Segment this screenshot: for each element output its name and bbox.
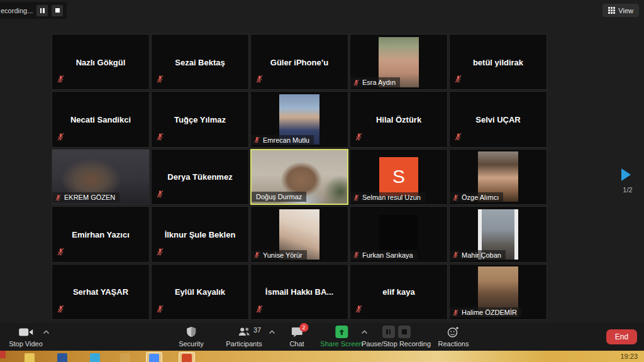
- muted-mic-indicator: [355, 304, 363, 315]
- participant-tile[interactable]: Emirhan Yazıcı: [52, 206, 150, 262]
- muted-mic-icon: [156, 190, 164, 198]
- stop-video-chevron-icon[interactable]: [43, 330, 50, 334]
- view-button[interactable]: View: [602, 4, 639, 17]
- security-button[interactable]: Security: [179, 326, 204, 348]
- pause-recording-toolbar-icon[interactable]: [382, 326, 394, 338]
- participant-name-label: Mahir Çoban: [450, 250, 506, 260]
- next-page-arrow-icon[interactable]: [621, 168, 631, 181]
- participant-tile[interactable]: Necati Sandikci: [52, 91, 150, 147]
- taskbar-clock: 19:23: [620, 353, 638, 360]
- muted-mic-icon: [452, 194, 459, 201]
- participant-tile[interactable]: Halime ÖZDEMİR: [449, 264, 547, 320]
- powerpoint-icon: [182, 354, 192, 362]
- muted-mic-indicator: [355, 132, 363, 143]
- muted-mic-icon: [255, 305, 264, 313]
- pause-recording-button[interactable]: [36, 5, 48, 16]
- participant-tile[interactable]: EKREM GÖZEN: [52, 149, 150, 205]
- participant-tile[interactable]: Güler iPhone’u: [250, 34, 348, 90]
- share-screen-icon: [335, 326, 348, 338]
- taskbar-app-folder[interactable]: [117, 352, 133, 362]
- participant-tile[interactable]: İsmail Hakkı BA...: [250, 264, 348, 320]
- participant-name-label: Selman resul Uzun: [350, 192, 425, 202]
- muted-mic-icon: [156, 248, 164, 256]
- stop-video-button[interactable]: Stop Video: [9, 326, 43, 348]
- participant-tile[interactable]: Derya Tükenmez: [151, 149, 249, 205]
- participant-name: Furkan Sarıkaya: [362, 251, 413, 259]
- muted-mic-indicator: [156, 304, 164, 315]
- reactions-label: Reactions: [438, 340, 469, 348]
- avatar: [379, 215, 418, 254]
- chat-label: Chat: [289, 340, 304, 348]
- participant-name: Hilal Öztürk: [353, 115, 445, 124]
- participant-name: betül yildirak: [452, 57, 544, 67]
- muted-mic-icon: [57, 248, 65, 256]
- taskbar-app-powerpoint[interactable]: [179, 352, 195, 362]
- video-camera-icon: [18, 326, 33, 338]
- stop-icon: [55, 8, 60, 13]
- word-icon: [57, 353, 67, 362]
- participant-tile[interactable]: Özge Alımcı: [449, 149, 547, 205]
- participant-tile[interactable]: Doğuş Durmaz: [250, 149, 348, 205]
- participant-tile[interactable]: Hilal Öztürk: [350, 91, 448, 147]
- participant-tile[interactable]: betül yildirak: [449, 34, 547, 90]
- participant-tile[interactable]: Eylül Kayalık: [151, 264, 249, 320]
- share-screen-button[interactable]: Share Screen: [320, 326, 362, 348]
- end-meeting-button[interactable]: End: [606, 329, 637, 344]
- muted-mic-icon: [156, 75, 164, 83]
- participant-name: İlknur Şule Beklen: [154, 229, 246, 239]
- taskbar-app-file-explorer[interactable]: [21, 352, 38, 362]
- participant-tile[interactable]: Serhat YAŞAR: [52, 264, 150, 320]
- muted-mic-icon: [353, 79, 360, 86]
- participant-tile[interactable]: Selvi UÇAR: [449, 91, 547, 147]
- participant-name: Esra Aydın: [362, 79, 396, 86]
- folder-icon: [120, 353, 130, 362]
- meeting-toolbar: Stop Video Security 37 Participants 2 Ch…: [0, 323, 644, 351]
- participant-tile[interactable]: Furkan Sarıkaya: [350, 206, 448, 262]
- participant-tile[interactable]: İlknur Şule Beklen: [151, 206, 249, 262]
- participant-tile[interactable]: Tuğçe Yılmaz: [151, 91, 249, 147]
- muted-mic-icon: [355, 305, 363, 313]
- participant-grid: Nazlı GökgülSezai BektaşGüler iPhone’uEs…: [52, 34, 547, 320]
- recording-indicator: ecording...: [0, 2, 67, 19]
- taskbar-app-internet-explorer[interactable]: [87, 352, 103, 362]
- pause-stop-recording-button[interactable]: Pause/Stop Recording: [362, 326, 431, 348]
- participant-tile[interactable]: elif kaya: [350, 264, 448, 320]
- participant-name-label: Emrecan Mutlu: [251, 135, 314, 145]
- chat-button[interactable]: 2 Chat: [289, 326, 304, 348]
- participant-name: Emrecan Mutlu: [263, 136, 309, 144]
- avatar-initial: S: [392, 166, 405, 187]
- participant-tile[interactable]: Yunise Yörür: [250, 206, 348, 262]
- participant-name-label: Halime ÖZDEMİR: [450, 307, 521, 317]
- participant-tile[interactable]: Sezai Bektaş: [151, 34, 249, 90]
- participant-name: Selvi UÇAR: [452, 115, 544, 124]
- participant-tile[interactable]: Esra Aydın: [350, 34, 448, 90]
- muted-mic-icon: [156, 305, 164, 313]
- muted-mic-indicator: [255, 74, 264, 85]
- participant-tile[interactable]: SSelman resul Uzun: [350, 149, 448, 205]
- stop-recording-toolbar-icon[interactable]: [397, 326, 410, 338]
- participants-icon: 37: [237, 326, 251, 338]
- muted-mic-icon: [57, 133, 65, 141]
- muted-mic-icon: [452, 309, 459, 316]
- participant-name-label: EKREM GÖZEN: [52, 192, 119, 202]
- pause-icon: [40, 8, 45, 13]
- share-screen-label: Share Screen: [320, 340, 362, 348]
- muted-mic-icon: [253, 251, 260, 258]
- participant-tile[interactable]: Mahir Çoban: [449, 206, 547, 262]
- taskbar-app-word[interactable]: [54, 352, 70, 362]
- stop-recording-button[interactable]: [52, 5, 63, 16]
- muted-mic-indicator: [255, 304, 264, 315]
- muted-mic-icon: [454, 133, 462, 141]
- participant-tile[interactable]: Emrecan Mutlu: [250, 91, 348, 147]
- taskbar-app-zoom[interactable]: [146, 352, 162, 362]
- participants-button[interactable]: 37 Participants: [226, 326, 262, 348]
- participants-chevron-icon[interactable]: [269, 330, 275, 334]
- stop-video-label: Stop Video: [9, 340, 43, 348]
- participant-name-label: Doğuş Durmaz: [252, 192, 306, 202]
- participant-name: Güler iPhone’u: [253, 57, 345, 67]
- reactions-button[interactable]: Reactions: [438, 326, 469, 348]
- muted-mic-icon: [55, 194, 62, 201]
- participant-tile[interactable]: Nazlı Gökgül: [52, 34, 150, 90]
- participant-name: Tuğçe Yılmaz: [154, 115, 246, 124]
- participants-label: Participants: [226, 340, 262, 348]
